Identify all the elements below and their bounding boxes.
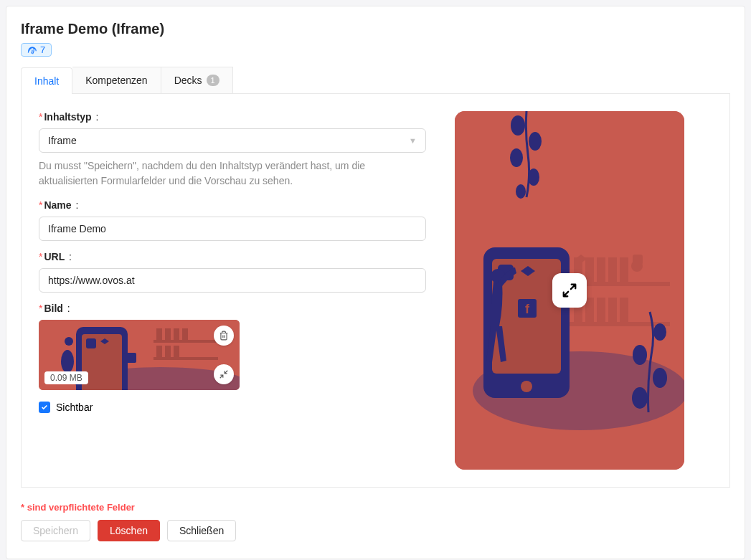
url-label: *URL : xyxy=(39,251,426,262)
tabs: Inhalt Kompetenzen Decks 1 xyxy=(21,67,730,94)
save-button[interactable]: Speichern xyxy=(21,520,90,541)
preview-expand-button[interactable] xyxy=(552,273,587,308)
url-input[interactable] xyxy=(39,268,426,293)
svg-point-15 xyxy=(61,350,74,373)
field-name: *Name : xyxy=(39,199,426,241)
inhaltstyp-help: Du musst "Speichern", nachdem du den Inh… xyxy=(39,158,426,189)
preview-card: f xyxy=(455,111,684,470)
svg-point-40 xyxy=(521,381,532,392)
svg-rect-4 xyxy=(123,353,136,363)
svg-rect-35 xyxy=(620,298,628,322)
close-button[interactable]: Schließen xyxy=(167,520,236,541)
svg-rect-37 xyxy=(633,255,643,265)
check-icon xyxy=(41,404,48,411)
fingerprint-icon xyxy=(27,45,37,55)
svg-rect-11 xyxy=(182,328,188,340)
svg-text:f: f xyxy=(525,302,530,316)
name-label: *Name : xyxy=(39,199,426,211)
svg-point-22 xyxy=(516,184,526,199)
minimize-icon xyxy=(219,369,229,379)
content-area: *Inhaltstyp : Iframe ▼ Du musst "Speiche… xyxy=(21,94,730,488)
chevron-down-icon: ▼ xyxy=(409,136,417,145)
sichtbar-checkbox[interactable] xyxy=(39,402,50,413)
svg-point-18 xyxy=(511,115,525,136)
image-size-badge: 0.09 MB xyxy=(44,371,88,384)
bild-label: *Bild : xyxy=(39,303,426,314)
svg-point-20 xyxy=(510,148,523,167)
svg-point-48 xyxy=(653,323,666,341)
svg-point-46 xyxy=(653,368,667,388)
delete-button[interactable]: Löschen xyxy=(98,520,160,541)
svg-point-16 xyxy=(65,337,73,346)
editor-panel: Iframe Demo (Iframe) 7 Inhalt Kompetenze… xyxy=(6,6,745,559)
svg-rect-12 xyxy=(156,346,162,357)
trash-icon xyxy=(219,331,229,341)
svg-rect-14 xyxy=(174,346,179,357)
form-column: *Inhaltstyp : Iframe ▼ Du musst "Speiche… xyxy=(39,111,426,470)
svg-rect-10 xyxy=(174,328,179,340)
badge-row: 7 xyxy=(21,43,730,58)
image-delete-button[interactable] xyxy=(214,326,234,346)
name-input[interactable] xyxy=(39,217,426,241)
button-row: Speichern Löschen Schließen xyxy=(21,520,730,541)
svg-point-47 xyxy=(633,345,647,365)
inhaltstyp-label: *Inhaltstyp : xyxy=(39,111,426,123)
svg-rect-9 xyxy=(165,328,171,340)
image-thumbnail[interactable]: 0.09 MB xyxy=(39,320,240,390)
svg-point-19 xyxy=(529,132,542,151)
field-bild: *Bild : xyxy=(39,303,426,413)
tab-inhalt[interactable]: Inhalt xyxy=(21,67,72,94)
tab-kompetenzen[interactable]: Kompetenzen xyxy=(72,67,161,93)
svg-rect-33 xyxy=(597,298,605,322)
fingerprint-badge[interactable]: 7 xyxy=(21,43,52,57)
page-title: Iframe Demo (Iframe) xyxy=(21,21,730,37)
fingerprint-count: 7 xyxy=(40,44,45,55)
field-inhaltstyp: *Inhaltstyp : Iframe ▼ Du musst "Speiche… xyxy=(39,111,426,189)
svg-rect-8 xyxy=(156,328,162,340)
image-collapse-button[interactable] xyxy=(214,364,234,384)
decks-count-badge: 1 xyxy=(207,75,219,86)
svg-rect-28 xyxy=(597,257,605,282)
svg-rect-7 xyxy=(153,357,218,360)
tab-decks[interactable]: Decks 1 xyxy=(161,67,233,93)
svg-rect-30 xyxy=(620,257,628,282)
svg-point-21 xyxy=(528,169,539,186)
svg-rect-25 xyxy=(570,322,670,326)
svg-rect-29 xyxy=(608,257,617,282)
sichtbar-row: Sichtbar xyxy=(39,402,426,413)
inhaltstyp-select[interactable]: Iframe ▼ xyxy=(39,128,426,153)
svg-rect-6 xyxy=(153,340,218,343)
svg-rect-34 xyxy=(608,298,617,322)
expand-icon xyxy=(562,283,577,298)
footer: * sind verpflichtete Felder Speichern Lö… xyxy=(21,502,730,541)
inhaltstyp-value: Iframe xyxy=(48,135,77,146)
svg-rect-32 xyxy=(585,298,594,322)
svg-rect-5 xyxy=(86,338,96,348)
svg-rect-27 xyxy=(585,257,594,282)
required-note: * sind verpflichtete Felder xyxy=(21,502,730,513)
preview-column: f xyxy=(455,111,712,470)
field-url: *URL : xyxy=(39,251,426,293)
sichtbar-label: Sichtbar xyxy=(56,402,93,413)
svg-point-45 xyxy=(632,387,648,409)
svg-rect-13 xyxy=(165,346,171,357)
